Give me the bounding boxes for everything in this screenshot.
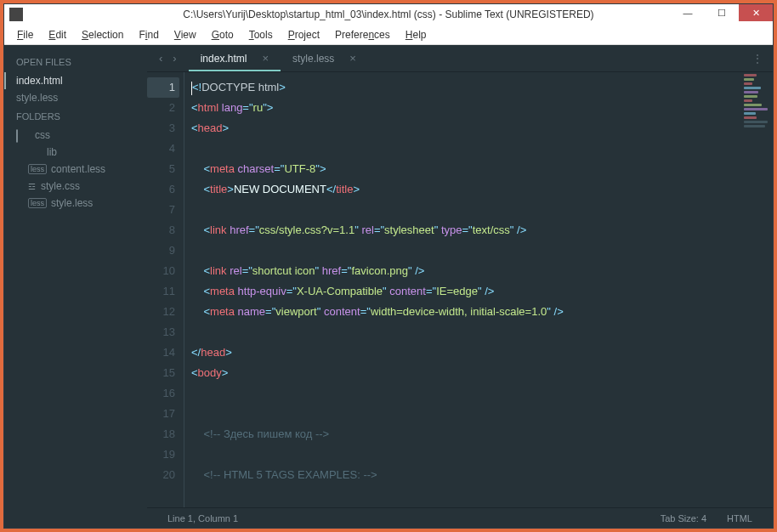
- sidebar-item[interactable]: lesscontent.less: [4, 161, 147, 178]
- code-line[interactable]: <meta name="viewport" content="width=dev…: [191, 302, 773, 322]
- line-number: 5: [147, 159, 175, 179]
- app-icon: [9, 8, 23, 21]
- menu-file[interactable]: File: [9, 26, 41, 43]
- tab-label: index.html: [201, 53, 247, 65]
- window-controls: — ☐ ✕: [671, 4, 773, 21]
- line-number: 15: [147, 363, 175, 383]
- sidebar-open-file[interactable]: index.html: [4, 72, 147, 89]
- line-number: 7: [147, 200, 175, 220]
- code-line[interactable]: <!DOCTYPE html>: [191, 77, 773, 98]
- menu-preferences[interactable]: Preferences: [327, 26, 398, 43]
- editor-tab[interactable]: index.html×: [189, 45, 281, 71]
- code-line[interactable]: <body>: [191, 363, 773, 383]
- sidebar-item[interactable]: lessstyle.less: [4, 195, 147, 212]
- code-line[interactable]: <title>NEW DOCUMENT</title>: [191, 179, 773, 200]
- status-tabsize[interactable]: Tab Size: 4: [650, 513, 717, 524]
- code-line[interactable]: <html lang="ru">: [191, 98, 773, 118]
- code-editor[interactable]: 1234567891011121314151617181920 <!DOCTYP…: [147, 72, 773, 507]
- tab-label: style.less: [292, 53, 334, 65]
- close-button[interactable]: ✕: [739, 4, 773, 21]
- menu-help[interactable]: Help: [398, 26, 434, 43]
- code-line[interactable]: <!-- Здесь пишем код -->: [191, 424, 773, 444]
- sidebar-item[interactable]: ☲style.css: [4, 178, 147, 195]
- line-number: 10: [147, 261, 175, 281]
- sidebar-item[interactable]: lib: [4, 144, 147, 161]
- tab-overflow-icon[interactable]: ⋮: [743, 45, 773, 71]
- minimap-line: [744, 87, 761, 89]
- sidebar-item-label: content.less: [51, 163, 105, 175]
- menu-find[interactable]: Find: [131, 26, 166, 43]
- menu-view[interactable]: View: [167, 26, 204, 43]
- code-line[interactable]: [191, 444, 773, 465]
- code-line[interactable]: <link rel="shortcut icon" href="favicon.…: [191, 261, 773, 281]
- minimap-line: [744, 125, 765, 127]
- line-gutter: 1234567891011121314151617181920: [147, 72, 184, 507]
- minimap-line: [744, 121, 768, 123]
- statusbar: Line 1, Column 1 Tab Size: 4 HTML: [147, 507, 773, 528]
- sidebar: OPEN FILES index.htmlstyle.less FOLDERS …: [4, 45, 147, 528]
- editor-area: ‹ › index.html×style.less× ⋮ 12345678910…: [147, 45, 773, 528]
- close-icon[interactable]: ×: [349, 52, 356, 65]
- folders-heading: FOLDERS: [4, 106, 147, 127]
- menu-selection[interactable]: Selection: [74, 26, 131, 43]
- folder-open-icon: [16, 130, 30, 140]
- minimap-line: [744, 82, 752, 85]
- close-icon[interactable]: ×: [262, 52, 269, 65]
- code-line[interactable]: <head>: [191, 118, 773, 139]
- tab-row: ‹ › index.html×style.less× ⋮: [147, 45, 773, 72]
- minimap-line: [744, 104, 762, 106]
- tab-prev-icon[interactable]: ‹: [154, 52, 167, 65]
- line-number: 9: [147, 241, 175, 261]
- minimap-line: [744, 108, 768, 110]
- sidebar-item-label: style.css: [41, 180, 80, 192]
- minimap-line: [744, 78, 754, 81]
- sidebar-item-label: lib: [47, 146, 57, 158]
- titlebar[interactable]: C:\Users\Yurij\Desktop\startup_html_03\i…: [4, 4, 773, 25]
- code-line[interactable]: [191, 200, 773, 220]
- sidebar-item-label: css: [35, 129, 50, 141]
- code-line[interactable]: <!-- HTML 5 TAGS EXAMPLES: -->: [191, 465, 773, 485]
- code-line[interactable]: </head>: [191, 342, 773, 363]
- status-syntax[interactable]: HTML: [717, 513, 763, 524]
- code-line[interactable]: [191, 322, 773, 342]
- code-line[interactable]: [191, 404, 773, 424]
- menu-goto[interactable]: Goto: [204, 26, 241, 43]
- less-file-icon: less: [28, 164, 47, 174]
- code-line[interactable]: <meta http-equiv="X-UA-Compatible" conte…: [191, 281, 773, 302]
- menubar: File Edit Selection Find View Goto Tools…: [4, 25, 773, 45]
- code-content[interactable]: <!DOCTYPE html><html lang="ru"><head> <m…: [184, 72, 773, 507]
- less-file-icon: less: [28, 198, 47, 208]
- line-number: 1: [147, 77, 179, 98]
- minimap[interactable]: [742, 72, 773, 242]
- minimap-line: [744, 99, 752, 102]
- line-number: 11: [147, 281, 175, 302]
- status-position[interactable]: Line 1, Column 1: [157, 513, 248, 524]
- code-line[interactable]: [191, 383, 773, 404]
- menu-edit[interactable]: Edit: [41, 26, 74, 43]
- app-window: C:\Users\Yurij\Desktop\startup_html_03\i…: [3, 3, 774, 529]
- code-line[interactable]: [191, 139, 773, 159]
- minimap-line: [744, 95, 757, 98]
- code-line[interactable]: <meta charset="UTF-8">: [191, 159, 773, 179]
- editor-tab[interactable]: style.less×: [281, 45, 368, 71]
- code-line[interactable]: [191, 241, 773, 261]
- line-number: 20: [147, 465, 175, 485]
- sidebar-folder-root[interactable]: css: [4, 127, 147, 144]
- code-line[interactable]: <link href="css/style.css?v=1.1" rel="st…: [191, 220, 773, 241]
- menu-project[interactable]: Project: [281, 26, 327, 43]
- maximize-button[interactable]: ☐: [705, 4, 739, 21]
- menu-tools[interactable]: Tools: [241, 26, 281, 43]
- line-number: 19: [147, 444, 175, 465]
- minimize-button[interactable]: —: [671, 4, 705, 21]
- sidebar-open-file[interactable]: style.less: [4, 89, 147, 106]
- css-file-icon: ☲: [28, 182, 36, 191]
- line-number: 14: [147, 342, 175, 363]
- line-number: 8: [147, 220, 175, 241]
- line-number: 17: [147, 404, 175, 424]
- line-number: 2: [147, 98, 175, 118]
- line-number: 13: [147, 322, 175, 342]
- tab-next-icon[interactable]: ›: [167, 52, 181, 65]
- open-files-heading: OPEN FILES: [4, 52, 147, 72]
- line-number: 18: [147, 424, 175, 444]
- sidebar-item-label: style.less: [51, 197, 93, 209]
